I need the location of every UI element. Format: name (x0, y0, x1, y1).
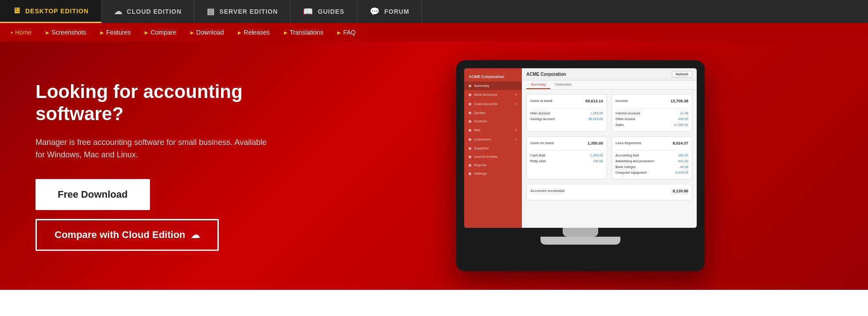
expense-bank-row: Bank charges 40.28 (615, 164, 688, 170)
secnav-screenshots[interactable]: ▶ Screenshots (39, 23, 92, 42)
secnav-home-label: Home (15, 29, 32, 36)
secnav-screenshots-label: Screenshots (51, 29, 86, 36)
secnav-compare-label: Compare (150, 29, 176, 36)
app-topbar: ACME Corporation Refresh (522, 68, 697, 81)
sidebar-dot-cash (469, 103, 471, 105)
card-expenses: Less Expenses 8,524.37 Accounting fees 1… (612, 136, 692, 179)
monitor-screen: ACME Corporation Summary Bank Accounts + (464, 68, 697, 228)
nav-cloud-edition[interactable]: ☁ CLOUD EDITION (102, 0, 194, 23)
secnav-home[interactable]: ▾ Home (4, 23, 38, 42)
hero-title: Looking for accounting software? (36, 81, 275, 125)
sidebar-item-journal[interactable]: Journal Entries (464, 152, 522, 161)
monitor-stand-top (563, 228, 598, 237)
app-sidebar: ACME Corporation Summary Bank Accounts + (464, 68, 522, 228)
nav-server-edition[interactable]: ▤ SERVER EDITION (194, 0, 291, 23)
hero-section: Looking for accounting software? Manager… (0, 42, 868, 290)
sidebar-dot-reports (469, 164, 471, 167)
nav-guides[interactable]: 📖 GUIDES (291, 0, 357, 23)
app-tab-customize[interactable]: Customize (550, 81, 576, 89)
secnav-translations[interactable]: ▶ Translations (278, 23, 330, 42)
secnav-releases-label: Releases (244, 29, 269, 36)
card-cash-on-hand: Cash on hand 1,350.00 Cash float 1,200.0… (526, 136, 607, 179)
app-company-name: ACME Corporation (464, 72, 522, 82)
sidebar-dot-settings (469, 172, 471, 175)
card-cash-at-bank-header: Cash at bank 59,613.14 (530, 98, 603, 106)
sidebar-item-quotes[interactable]: Quotes (464, 109, 522, 117)
compare-cloud-button[interactable]: Compare with Cloud Edition ☁ (36, 219, 219, 251)
income-interest-row: Interest received 11.38 (615, 110, 688, 116)
compare-arrow: ▶ (145, 30, 148, 35)
home-arrow: ▾ (11, 30, 13, 35)
nav-cloud-label: CLOUD EDITION (127, 8, 181, 15)
secnav-features-label: Features (106, 29, 130, 36)
compare-cloud-icon: ☁ (191, 230, 200, 240)
app-refresh-button[interactable]: Refresh (672, 71, 692, 78)
sidebar-dot-journal (469, 156, 471, 158)
secnav-download[interactable]: ▶ Download (184, 23, 230, 42)
hero-monitor-illustration: ACME Corporation Summary Bank Accounts + (311, 60, 868, 271)
cash-savings-account-row: Savings account 58,413.00 (530, 116, 603, 122)
nav-server-label: SERVER EDITION (219, 8, 278, 15)
nav-desktop-edition[interactable]: 🖥 DESKTOP EDITION (0, 0, 102, 23)
nav-desktop-label: DESKTOP EDITION (25, 8, 89, 15)
app-tabs: Summary Customize (522, 81, 697, 90)
sidebar-item-customers[interactable]: Customers + (464, 135, 522, 144)
secnav-download-label: Download (196, 29, 224, 36)
app-main-content: ACME Corporation Refresh Summary Customi… (522, 68, 697, 228)
card-cash-at-bank: Cash at bank 59,613.14 Main account 1,20… (526, 94, 607, 132)
sidebar-item-cash-accounts[interactable]: Cash Accounts + (464, 99, 522, 109)
faq-arrow: ▶ (337, 30, 341, 35)
sidebar-dot-bills (469, 129, 471, 132)
compare-cloud-label: Compare with Cloud Edition (55, 229, 185, 241)
bills-plus-icon[interactable]: + (515, 128, 517, 133)
below-hero-section (0, 290, 868, 316)
sidebar-dot-bank (469, 94, 471, 96)
card-income-header: Income 13,708.38 (615, 98, 688, 106)
sidebar-dot-summary (469, 85, 471, 87)
secnav-features[interactable]: ▶ Features (94, 23, 137, 42)
secnav-translations-label: Translations (290, 29, 324, 36)
income-sales-row: Sales 11,200.00 (615, 122, 688, 128)
sidebar-item-bills[interactable]: Bills + (464, 125, 522, 135)
server-icon: ▤ (207, 7, 215, 16)
petty-cash-row: Petty cash 150.00 (530, 158, 603, 164)
cash-main-account-row: Main account 1,200.00 (530, 110, 603, 116)
app-tab-summary[interactable]: Summary (526, 81, 550, 89)
sidebar-dot-suppliers (469, 147, 471, 150)
nav-guides-label: GUIDES (318, 8, 344, 15)
app-ui: ACME Corporation Summary Bank Accounts + (464, 68, 697, 228)
features-arrow: ▶ (100, 30, 104, 35)
expense-computer-row: Computer equipment 5,045.63 (615, 170, 688, 176)
sidebar-item-reports[interactable]: Reports (464, 161, 522, 169)
releases-arrow: ▶ (238, 30, 241, 35)
nav-forum-label: FORUM (384, 8, 409, 15)
secnav-faq[interactable]: ▶ FAQ (331, 23, 362, 42)
secnav-faq-label: FAQ (343, 29, 355, 36)
cloud-icon: ☁ (114, 7, 122, 16)
secnav-releases[interactable]: ▶ Releases (232, 23, 276, 42)
sidebar-item-suppliers[interactable]: Suppliers (464, 144, 522, 152)
hero-buttons: Free Download Compare with Cloud Edition… (36, 179, 275, 251)
sidebar-item-bank-accounts[interactable]: Bank Accounts + (464, 90, 522, 99)
download-arrow: ▶ (190, 30, 194, 35)
free-download-button[interactable]: Free Download (36, 179, 150, 210)
app-dashboard-content: Cash at bank 59,613.14 Main account 1,20… (522, 90, 697, 205)
secondary-navigation: ▾ Home ▶ Screenshots ▶ Features ▶ Compar… (0, 23, 868, 42)
sidebar-dot-invoices (469, 120, 471, 123)
forum-icon: 💬 (370, 7, 380, 16)
card-accounts-receivable: Accounts receivable 8,139.86 (526, 184, 692, 200)
secnav-compare[interactable]: ▶ Compare (138, 23, 182, 42)
sidebar-item-settings[interactable]: Settings (464, 169, 522, 178)
app-topbar-title: ACME Corporation (526, 72, 566, 77)
hero-subtitle: Manager is free accounting software for … (36, 136, 275, 162)
customers-plus-icon[interactable]: + (515, 137, 517, 142)
bank-plus-icon[interactable]: + (515, 92, 517, 97)
sidebar-item-invoices[interactable]: Invoices (464, 117, 522, 125)
income-other-row: Other income 450.00 (615, 116, 688, 122)
nav-forum[interactable]: 💬 FORUM (357, 0, 422, 23)
expense-accounting-row: Accounting fees 160.00 (615, 152, 688, 158)
cash-plus-icon[interactable]: + (515, 101, 517, 106)
monitor-stand-bottom (541, 237, 620, 245)
sidebar-item-summary[interactable]: Summary (464, 82, 522, 90)
sidebar-dot-customers (469, 138, 471, 141)
